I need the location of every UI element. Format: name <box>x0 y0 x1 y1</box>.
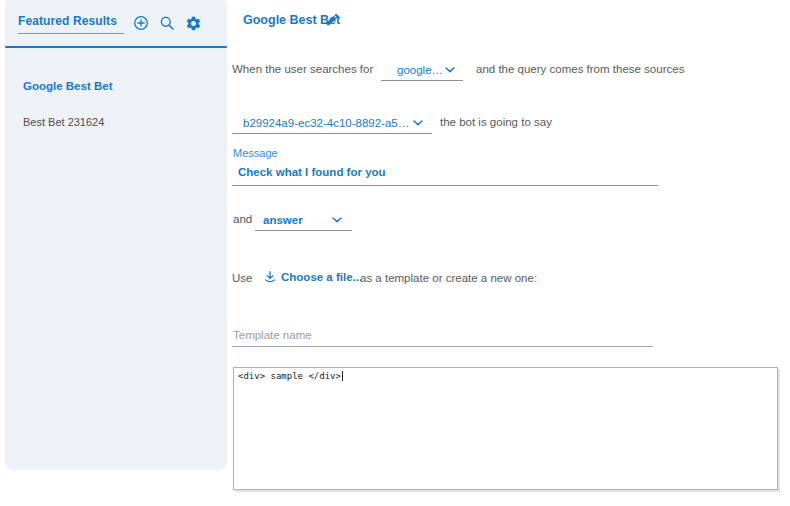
chevron-down-icon <box>445 67 455 73</box>
page: Featured Results <box>0 0 790 506</box>
plus-circle-icon <box>133 15 149 31</box>
download-icon <box>261 268 278 285</box>
file-row-prefix-label: Use <box>232 272 252 284</box>
sidebar-item-best-bet-231624[interactable]: Best Bet 231624 <box>23 116 104 128</box>
choose-file-link[interactable]: Choose a file... <box>281 271 362 283</box>
add-button[interactable] <box>132 14 150 32</box>
answer-row-prefix-label: and <box>233 213 252 225</box>
search-button[interactable] <box>158 14 176 32</box>
template-name-input[interactable] <box>232 326 653 347</box>
search-terms-dropdown[interactable]: google, m... <box>381 60 463 81</box>
source-dropdown[interactable]: b29924a9-ec32-4c10-8892-a544... <box>232 113 432 134</box>
sidebar-divider <box>5 46 227 48</box>
chevron-down-icon <box>413 120 423 126</box>
edit-title-button[interactable] <box>323 10 341 28</box>
gear-icon <box>185 15 202 32</box>
search-row-prefix-label: When the user searches for <box>232 63 373 75</box>
template-editor[interactable]: <div> sample </div> <box>233 367 778 490</box>
source-dropdown-value: b29924a9-ec32-4c10-8892-a544... <box>243 117 413 129</box>
search-terms-dropdown-value: google, m... <box>397 64 445 76</box>
answer-type-dropdown[interactable]: answer <box>255 210 352 231</box>
message-underline <box>232 185 658 186</box>
message-input[interactable]: Check what I found for you <box>238 166 386 178</box>
source-row-suffix-label: the bot is going to say <box>440 116 552 128</box>
template-editor-text: <div> sample </div> <box>238 371 341 381</box>
message-label: Message <box>233 147 278 159</box>
search-icon <box>159 15 175 31</box>
text-caret <box>342 371 343 381</box>
sidebar-item-google-best-bet[interactable]: Google Best Bet <box>23 80 112 92</box>
search-row-suffix-label: and the query comes from these sources <box>476 63 684 75</box>
settings-button[interactable] <box>184 14 202 32</box>
file-row-suffix-label: as a template or create a new one: <box>360 272 537 284</box>
chevron-down-icon <box>332 217 342 223</box>
sidebar-title-underline <box>18 33 124 34</box>
pencil-icon <box>325 12 340 27</box>
sidebar-title: Featured Results <box>18 14 117 28</box>
answer-type-dropdown-value: answer <box>263 214 303 226</box>
sidebar: Featured Results <box>5 0 227 470</box>
